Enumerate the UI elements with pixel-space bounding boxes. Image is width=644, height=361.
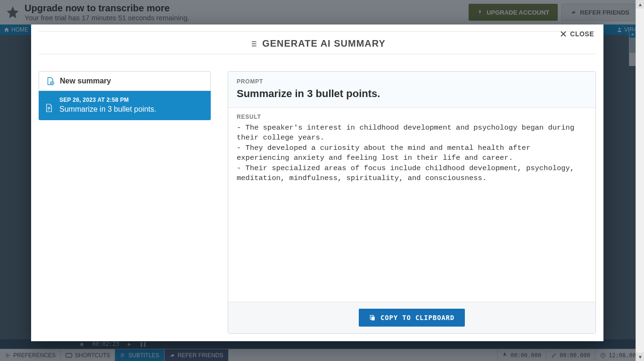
ai-summary-modal: CLOSE GENERATE AI SUMMARY New summary SE… [31, 25, 603, 341]
result-text: - The speaker's interest in childhood de… [237, 123, 587, 183]
scroll-down-arrow-icon[interactable]: ▼ [636, 353, 644, 361]
summary-panel: PROMPT Summarize in 3 bullet points. RES… [228, 71, 596, 334]
copy-to-clipboard-button[interactable]: COPY TO CLIPBOARD [359, 309, 465, 327]
new-summary-label: New summary [60, 77, 111, 85]
new-file-icon [46, 77, 54, 85]
prompt-text: Summarize in 3 bullet points. [237, 88, 587, 100]
result-label: RESULT [237, 114, 587, 120]
close-button[interactable]: CLOSE [561, 30, 594, 38]
document-icon [45, 103, 53, 113]
window-scrollbar[interactable]: ▲ ▼ [636, 0, 644, 361]
modal-title: GENERATE AI SUMMARY [39, 31, 596, 54]
summary-date: SEP 26, 2023 AT 2:58 PM [59, 97, 156, 103]
prompt-label: PROMPT [237, 78, 587, 85]
copy-label: COPY TO CLIPBOARD [380, 314, 454, 321]
new-summary-button[interactable]: New summary [39, 71, 211, 91]
list-icon [249, 40, 257, 48]
summary-sidebar: New summary SEP 26, 2023 AT 2:58 PM Summ… [39, 71, 211, 334]
summary-title: Summarize in 3 bullet points. [59, 105, 156, 114]
close-icon [561, 31, 566, 37]
close-label: CLOSE [570, 30, 594, 38]
copy-icon [369, 314, 376, 321]
summary-history-item[interactable]: SEP 26, 2023 AT 2:58 PM Summarize in 3 b… [39, 91, 211, 120]
svg-rect-6 [372, 317, 375, 320]
result-area[interactable]: RESULT - The speaker's interest in child… [228, 108, 595, 302]
scroll-up-arrow-icon[interactable]: ▲ [636, 0, 644, 8]
